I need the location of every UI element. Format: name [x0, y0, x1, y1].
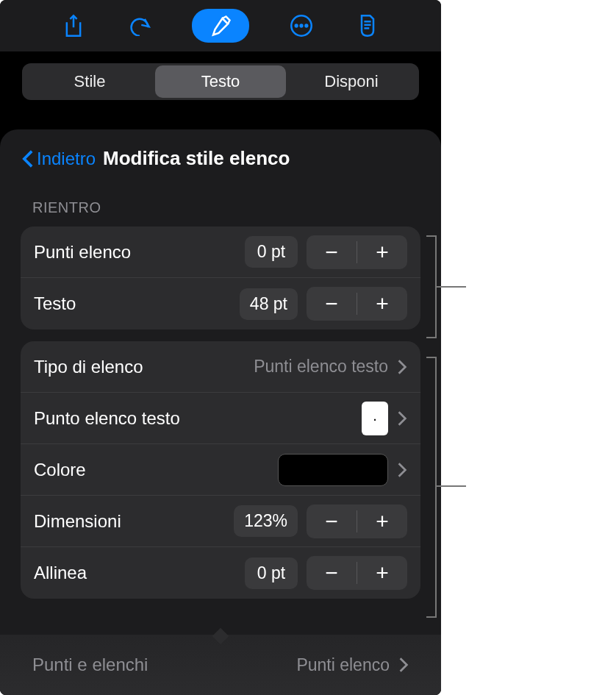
svg-point-3 [305, 25, 307, 27]
bullet-text-label: Punto elenco testo [34, 408, 180, 429]
row-bullet-indent: Punti elenco 0 pt − + [21, 227, 420, 278]
align-minus[interactable]: − [307, 556, 357, 590]
align-stepper: − + [307, 556, 407, 590]
bullet-indent-label: Punti elenco [34, 242, 131, 263]
size-plus[interactable]: + [357, 505, 407, 538]
bullet-indent-value[interactable]: 0 pt [245, 236, 298, 268]
color-swatch [278, 454, 388, 486]
format-brush-icon[interactable] [192, 9, 249, 43]
bullet-indent-stepper: − + [307, 235, 407, 269]
bullets-lists-value: Punti elenco [296, 655, 390, 675]
bullet-indent-plus[interactable]: + [357, 235, 407, 269]
list-type-value: Punti elenco testo [254, 357, 388, 377]
back-button[interactable]: Indietro [22, 149, 96, 169]
size-value[interactable]: 123% [234, 505, 298, 537]
text-indent-minus[interactable]: − [307, 287, 357, 321]
align-label: Allinea [34, 563, 87, 583]
align-plus[interactable]: + [357, 556, 407, 590]
text-indent-plus[interactable]: + [357, 287, 407, 321]
callout-line-bottom [437, 485, 466, 487]
row-list-type[interactable]: Tipo di elenco Punti elenco testo [21, 341, 420, 393]
text-indent-label: Testo [34, 293, 76, 314]
more-icon[interactable] [287, 12, 315, 40]
list-type-label: Tipo di elenco [34, 357, 143, 377]
bullet-glyph-swatch: · [362, 402, 388, 435]
row-size: Dimensioni 123% − + [21, 496, 420, 547]
tab-text[interactable]: Testo [155, 65, 286, 98]
callout-bracket-bottom [426, 357, 437, 618]
row-text-indent: Testo 48 pt − + [21, 278, 420, 329]
chevron-right-icon [397, 359, 407, 375]
row-align: Allinea 0 pt − + [21, 547, 420, 599]
bullets-lists-row[interactable]: Punti e elenchi Punti elenco [0, 635, 441, 695]
section-indent-label: RIENTRO [0, 185, 441, 221]
format-panel: Indietro Modifica stile elenco RIENTRO P… [0, 129, 441, 695]
text-indent-value[interactable]: 48 pt [240, 288, 298, 320]
align-value[interactable]: 0 pt [245, 557, 298, 589]
document-icon[interactable] [354, 12, 382, 40]
svg-point-1 [296, 25, 298, 27]
top-toolbar [0, 0, 441, 51]
size-stepper: − + [307, 505, 407, 538]
row-color[interactable]: Colore [21, 444, 420, 496]
share-icon[interactable] [60, 12, 87, 40]
tab-style[interactable]: Stile [24, 65, 155, 98]
row-bullet-text[interactable]: Punto elenco testo · [21, 393, 420, 444]
chevron-left-icon [22, 149, 34, 168]
bullets-lists-label: Punti e elenchi [32, 655, 148, 675]
format-tabs: Stile Testo Disponi [22, 63, 419, 100]
chevron-right-icon [397, 410, 407, 427]
text-indent-stepper: − + [307, 287, 407, 321]
indent-group: Punti elenco 0 pt − + Testo 48 pt − + [21, 227, 420, 329]
svg-point-2 [301, 25, 303, 27]
callout-line-top [437, 286, 466, 288]
undo-icon[interactable] [126, 12, 154, 40]
chevron-right-icon [397, 462, 407, 478]
panel-title: Modifica stile elenco [103, 147, 290, 170]
callout-bracket-top [426, 235, 437, 338]
back-label: Indietro [37, 149, 96, 169]
bullet-indent-minus[interactable]: − [307, 235, 357, 269]
color-label: Colore [34, 460, 86, 480]
list-group: Tipo di elenco Punti elenco testo Punto … [21, 341, 420, 599]
size-label: Dimensioni [34, 511, 121, 532]
chevron-right-icon [398, 657, 409, 673]
size-minus[interactable]: − [307, 505, 357, 538]
tab-arrange[interactable]: Disponi [286, 65, 417, 98]
